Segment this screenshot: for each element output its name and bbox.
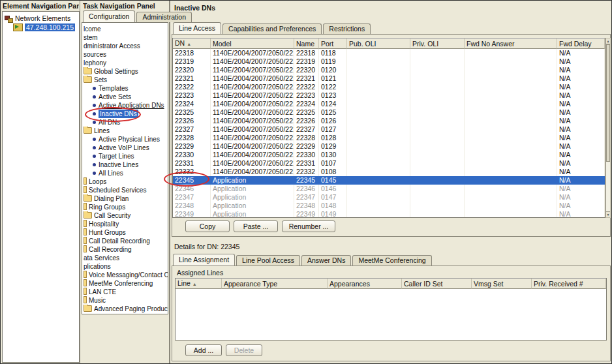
column-header-priv-oli[interactable]: Priv. OLI [410, 38, 465, 49]
task-item-inactive-dns[interactable]: Inactive DNs [82, 110, 168, 118]
scroll-down-icon[interactable]: ▼ [606, 211, 610, 217]
table-row[interactable]: 223241140E/2004/2007/2050/221x223240124N… [173, 100, 605, 108]
column-header-appearances[interactable]: Appearances [328, 279, 402, 289]
tab-line-pool-access[interactable]: Line Pool Access [236, 255, 300, 265]
task-item-label: dministrator Access [84, 42, 140, 50]
task-item-lcome[interactable]: lcome [82, 25, 168, 33]
tree-item-element[interactable]: 47.248.100.215 [3, 23, 79, 32]
task-item-sets[interactable]: Sets [82, 76, 168, 84]
table-row[interactable]: 223231140E/2004/2007/2050/221x223230123N… [173, 91, 605, 100]
task-item-templates[interactable]: Templates [82, 84, 168, 93]
tab-line-access[interactable]: Line Access [173, 22, 221, 34]
table-row[interactable]: 223251140E/2004/2007/2050/221x223250125N… [173, 108, 605, 117]
task-item-advanced-paging-productivity[interactable]: Advanced Paging Productivity [82, 305, 168, 313]
table-cell: 0130 [319, 151, 347, 159]
table-row[interactable]: 223301140E/2004/2007/2050/221x223300130N… [173, 151, 605, 159]
column-header-caller-id-set[interactable]: Caller ID Set [402, 279, 472, 289]
task-item-active-sets[interactable]: Active Sets [82, 93, 168, 101]
task-item-meetme-conferencing[interactable]: MeetMe Conferencing [82, 279, 168, 288]
column-header-line[interactable]: Line▲ [176, 279, 222, 289]
task-item-lan-cte[interactable]: LAN CTE [82, 288, 168, 296]
details-title: Details for DN: 22345 [174, 243, 239, 250]
table-row[interactable]: 223191140E/2004/2007/2050/221x223190119N… [173, 57, 605, 66]
task-item-label: Call Security [94, 211, 130, 220]
task-item-active-physical-lines[interactable]: Active Physical Lines [82, 135, 168, 144]
task-item-lephony[interactable]: lephony [82, 59, 168, 67]
task-item-stem[interactable]: stem [82, 33, 168, 42]
column-header-vmsg-set[interactable]: Vmsg Set [472, 279, 532, 289]
table-row[interactable]: 22345Application223450145N/A [173, 176, 605, 185]
task-item-label: Hospitality [89, 220, 119, 228]
table-row[interactable]: 22346Application223460146N/A [173, 185, 605, 193]
column-header-pub-oli[interactable]: Pub. OLI [347, 38, 410, 49]
scrollbar-thumb[interactable] [606, 44, 610, 162]
task-item-label: stem [84, 33, 98, 42]
table-row[interactable]: 223221140E/2004/2007/2050/221x223220122N… [173, 83, 605, 91]
column-header-name[interactable]: Name [294, 38, 319, 49]
table-row[interactable]: 223201140E/2004/2007/2050/221x223200120N… [173, 66, 605, 74]
task-item-ata-services[interactable]: ata Services [82, 254, 168, 262]
tab-meetme-conferencing[interactable]: MeetMe Conferencing [352, 255, 431, 265]
column-header-dn[interactable]: DN▲ [173, 38, 211, 49]
task-item-active-voip-lines[interactable]: Active VoIP Lines [82, 144, 168, 152]
table-row[interactable]: 223281140E/2004/2007/2050/221x223280128N… [173, 134, 605, 142]
paste-button[interactable]: Paste ... [234, 220, 278, 232]
tab-capabilities-and-preferences[interactable]: Capabilities and Preferences [222, 23, 322, 34]
table-row[interactable]: 223181140E/2004/2007/2050/221x223180118N… [173, 49, 605, 57]
scroll-up-icon[interactable]: ▲ [606, 38, 610, 44]
table-row[interactable]: 223211140E/2004/2007/2050/221x223210121N… [173, 74, 605, 83]
task-item-plications[interactable]: plications [82, 262, 168, 271]
tab-restrictions[interactable]: Restrictions [323, 23, 371, 34]
task-item-active-application-dns[interactable]: Active Application DNs [82, 101, 168, 110]
task-item-label: sources [84, 50, 106, 59]
task-item-all-lines[interactable]: All Lines [82, 169, 168, 177]
task-item-call-security[interactable]: Call Security [82, 211, 168, 220]
tab-line-assignment[interactable]: Line Assignment [173, 254, 235, 265]
task-item-lines[interactable]: Lines [82, 127, 168, 135]
table-row[interactable]: 223271140E/2004/2007/2050/221x223270127N… [173, 125, 605, 134]
column-header-port[interactable]: Port [319, 38, 347, 49]
task-item-label: Call Recording [89, 245, 132, 254]
task-item-hunt-groups[interactable]: Hunt Groups [82, 228, 168, 237]
add-button[interactable]: Add ... [185, 344, 222, 356]
task-item-hospitality[interactable]: Hospitality [82, 220, 168, 228]
task-item-target-lines[interactable]: Target Lines [82, 152, 168, 160]
delete-button[interactable]: Delete [226, 344, 262, 356]
task-item-dministrator-access[interactable]: dministrator Access [82, 42, 168, 50]
table-row[interactable]: 22347Application223470147N/A [173, 193, 605, 202]
task-item-voice-messaging-contact-cente[interactable]: Voice Messaging/Contact Cente [82, 271, 168, 279]
dn-table-scrollbar[interactable]: ▲ ▼ [605, 38, 611, 218]
column-header-fwd-no-answer[interactable]: Fwd No Answer [465, 38, 557, 49]
task-item-call-detail-recording[interactable]: Call Detail Recording [82, 237, 168, 245]
tab-administration[interactable]: Administration [136, 12, 192, 22]
task-item-call-recording[interactable]: Call Recording [82, 245, 168, 254]
table-cell [410, 202, 465, 210]
task-item-sources[interactable]: sources [82, 50, 168, 59]
table-row[interactable]: 223291140E/2004/2007/2050/221x223290129N… [173, 142, 605, 151]
task-item-loops[interactable]: Loops [82, 177, 168, 186]
column-header-model[interactable]: Model [211, 38, 294, 49]
column-header-priv-received[interactable]: Priv. Received # [532, 279, 606, 289]
task-item-ring-groups[interactable]: Ring Groups [82, 203, 168, 211]
column-header-fwd-delay[interactable]: Fwd Delay [557, 38, 605, 49]
tab-answer-dns[interactable]: Answer DNs [301, 255, 351, 265]
bullet-icon [93, 95, 96, 99]
task-item-global-settings[interactable]: Global Settings [82, 67, 168, 76]
table-row[interactable]: 22349Application223490149N/A [173, 210, 605, 218]
folder-icon [84, 271, 87, 278]
table-row[interactable]: 223321140E/2004/2007/2050/221x223320108N… [173, 168, 605, 176]
table-cell: 0128 [319, 134, 347, 142]
column-header-appearance-type[interactable]: Appearance Type [222, 279, 328, 289]
table-row[interactable]: 223311140E/2004/2007/2050/221x223310107N… [173, 159, 605, 168]
copy-button[interactable]: Copy [185, 220, 230, 232]
table-row[interactable]: 223261140E/2004/2007/2050/221x223260126N… [173, 117, 605, 125]
task-item-dialing-plan[interactable]: Dialing Plan [82, 194, 168, 203]
tree-item-network-elements[interactable]: Network Elements [3, 14, 79, 23]
task-item-music[interactable]: Music [82, 296, 168, 305]
renumber-button[interactable]: Renumber ... [282, 220, 335, 232]
task-item-all-dns[interactable]: All DNs [82, 118, 168, 127]
task-item-scheduled-services[interactable]: Scheduled Services [82, 186, 168, 194]
tab-configuration[interactable]: Configuration [83, 10, 135, 22]
table-row[interactable]: 22348Application223480148N/A [173, 202, 605, 210]
task-item-inactive-lines[interactable]: Inactive Lines [82, 160, 168, 169]
